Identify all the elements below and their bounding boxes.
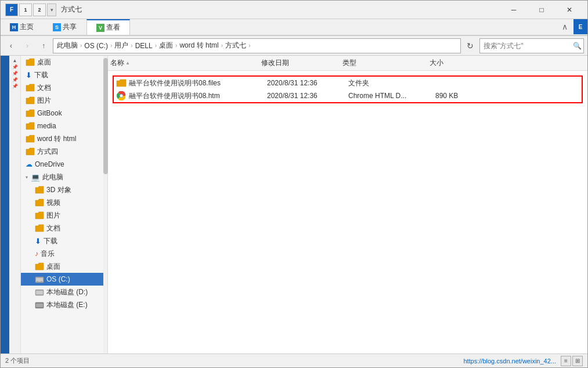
file-name-cell-2[interactable]: 融平台软件使用说明书08.htm <box>114 91 265 101</box>
onedrive-icon: ☁ <box>26 160 33 168</box>
col-name-label: 名称 <box>110 58 124 68</box>
window-title: 方式七 <box>61 5 500 15</box>
search-icon: 🔍 <box>573 42 582 50</box>
sidebar-label-media: media <box>37 122 56 130</box>
sidebar-label-video: 视频 <box>46 198 60 208</box>
tab-share-badge: S <box>53 23 61 31</box>
view-detail-button[interactable]: ⊞ <box>572 356 583 366</box>
quick-access-1[interactable]: 1 <box>19 3 32 16</box>
sidebar-item-gitbook[interactable]: GitBook <box>21 107 103 120</box>
download-icon: ⬇ <box>26 71 32 80</box>
svg-rect-5 <box>36 291 43 294</box>
file-type-1: 文件夹 <box>346 78 433 88</box>
dropdown-arrow[interactable]: ▾ <box>47 3 56 16</box>
sidebar-label-gitbook: GitBook <box>37 109 62 117</box>
user-avatar[interactable]: E <box>573 19 587 34</box>
sidebar-item-docs2[interactable]: 文档 <box>21 222 103 234</box>
tab-home-badge: H <box>10 23 18 31</box>
music-icon: ♪ <box>35 250 38 258</box>
sidebar-wrapper: ▲ 📌 📌 📌 📌 桌面 ⬇ 下载 <box>1 56 108 353</box>
sidebar-label-drive: 本地磁盘 (E:) <box>46 300 88 310</box>
svg-point-10 <box>120 95 123 98</box>
content-area: ▲ 📌 📌 📌 📌 桌面 ⬇ 下载 <box>1 56 587 353</box>
file-list: 融平台软件使用说明书08.files 2020/8/31 12:36 文件夹 <box>108 71 587 353</box>
col-header-date[interactable]: 修改日期 <box>259 58 340 68</box>
col-date-label: 修改日期 <box>261 58 289 68</box>
col-type-label: 类型 <box>342 58 356 68</box>
up-button[interactable]: ↑ <box>37 39 50 53</box>
sidebar-item-thispc[interactable]: ▾ 💻 此电脑 <box>21 171 103 183</box>
folder-way4-icon <box>26 147 35 156</box>
view-list-button[interactable]: ≡ <box>561 356 571 366</box>
file-date-2: 2020/8/31 12:36 <box>265 92 346 100</box>
sidebar-item-wordhtml[interactable]: word 转 html <box>21 132 103 145</box>
table-row[interactable]: 融平台软件使用说明书08.files 2020/8/31 12:36 文件夹 <box>114 77 582 89</box>
pin-icon-4[interactable]: 📌 <box>12 84 18 89</box>
minimize-button[interactable]: ─ <box>500 1 527 19</box>
col-header-size[interactable]: 大小 <box>427 58 474 68</box>
maximize-button[interactable]: □ <box>528 1 555 19</box>
sidebar-item-media[interactable]: media <box>21 120 103 132</box>
sidebar-item-docs[interactable]: 文档 <box>21 81 103 94</box>
back-button[interactable]: ‹ <box>4 39 18 53</box>
sidebar-label-pics2: 图片 <box>46 211 60 221</box>
sidebar-item-drive[interactable]: 本地磁盘 (E:) <box>21 298 103 311</box>
col-header-name[interactable]: 名称 ▲ <box>108 58 259 68</box>
sidebar-item-drivd[interactable]: 本地磁盘 (D:) <box>21 286 103 298</box>
crumb-c[interactable]: OS (C:) <box>84 42 108 50</box>
sidebar-item-desktop2[interactable]: 桌面 <box>21 260 103 273</box>
quick-access-2[interactable]: 2 <box>33 3 46 16</box>
sidebar-scrollbar[interactable] <box>103 56 108 353</box>
crumb-word[interactable]: word 转 html <box>179 41 218 50</box>
crumb-dell[interactable]: DELL <box>135 42 153 50</box>
ribbon: H 主页 S 共享 V 查看 ∧ E <box>1 19 587 36</box>
col-header-type[interactable]: 类型 <box>340 58 427 68</box>
search-box[interactable]: 🔍 <box>479 38 584 53</box>
ribbon-expand-btn[interactable]: ∧ <box>556 19 573 34</box>
sidebar-item-dl2[interactable]: ⬇ 下载 <box>21 234 103 247</box>
sidebar-label-music: 音乐 <box>41 249 55 259</box>
tab-home[interactable]: H 主页 <box>1 19 44 35</box>
sidebar-item-music[interactable]: ♪ 音乐 <box>21 247 103 260</box>
window-controls: ─ □ ✕ <box>500 1 583 19</box>
sort-arrow-name: ▲ <box>125 60 130 66</box>
search-input[interactable] <box>484 42 571 50</box>
tab-view[interactable]: V 查看 <box>86 19 130 35</box>
folder-desktop2-icon <box>35 262 44 270</box>
crumb-desktop[interactable]: 桌面 <box>159 41 173 50</box>
pin-icon-1[interactable]: 📌 <box>12 64 18 70</box>
table-row[interactable]: 融平台软件使用说明书08.htm 2020/8/31 12:36 Chrome … <box>114 89 582 102</box>
pc-icon: 💻 <box>31 173 40 182</box>
sidebar-item-pics[interactable]: 图片 <box>21 94 103 107</box>
sidebar-item-way4[interactable]: 方式四 <box>21 145 103 158</box>
tab-share[interactable]: S 共享 <box>44 19 86 35</box>
crumb-computer[interactable]: 此电脑 <box>57 41 78 50</box>
sidebar-item-onedrive[interactable]: ☁ OneDrive <box>21 158 103 171</box>
tab-home-label: 主页 <box>20 22 34 32</box>
sidebar-item-download[interactable]: ⬇ 下载 <box>21 68 103 81</box>
crumb-user[interactable]: 用户 <box>114 41 128 50</box>
scroll-up-arrow[interactable]: ▲ <box>13 58 17 63</box>
folder-docs-icon <box>26 84 35 92</box>
close-button[interactable]: ✕ <box>556 1 583 19</box>
forward-button[interactable]: › <box>20 39 34 53</box>
file-name-cell-1[interactable]: 融平台软件使用说明书08.files <box>114 78 265 88</box>
pin-icon-3[interactable]: 📌 <box>12 77 18 82</box>
sidebar-item-pics2[interactable]: 图片 <box>21 209 103 222</box>
sidebar-item-3d[interactable]: 3D 对象 <box>21 183 103 196</box>
file-size-2: 890 KB <box>433 92 479 100</box>
watermark: https://blog.csdn.net/weixin_42... <box>463 358 556 365</box>
pin-icon-2[interactable]: 📌 <box>12 71 18 76</box>
sidebar-item-osc[interactable]: OS (C:) <box>21 273 103 286</box>
quickaccess-column: ▲ 📌 📌 📌 📌 <box>9 56 21 353</box>
folder-pics2-icon <box>35 211 44 219</box>
statusbar: 2 个项目 https://blog.csdn.net/weixin_42...… <box>1 353 587 367</box>
address-path[interactable]: 此电脑 › OS (C:) › 用户 › DELL › 桌面 › word 转 … <box>53 38 461 53</box>
sidebar-item-video[interactable]: 视频 <box>21 196 103 209</box>
folder-file-icon-1 <box>116 78 127 88</box>
crumb-current[interactable]: 方式七 <box>225 41 246 50</box>
refresh-button[interactable]: ↻ <box>463 39 477 53</box>
sidebar-scrollthumb[interactable] <box>103 58 108 174</box>
sidebar-label-desktop2: 桌面 <box>46 262 60 272</box>
sidebar-item-desktop[interactable]: 桌面 <box>21 56 103 68</box>
